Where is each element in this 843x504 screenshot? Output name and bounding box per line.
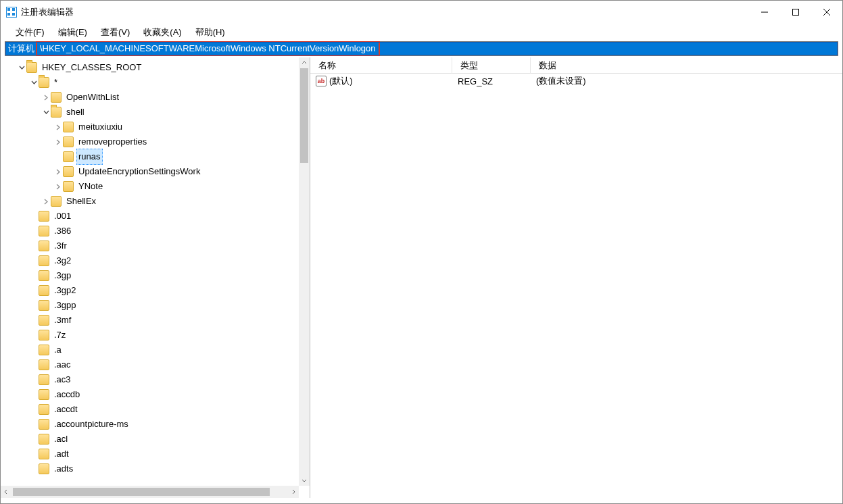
chevron-right-icon[interactable] <box>53 124 63 130</box>
scroll-thumb[interactable] <box>300 68 308 163</box>
folder-icon <box>39 374 49 385</box>
tree-node-ext[interactable]: .accountpicture-ms <box>1 417 299 432</box>
col-header-name[interactable]: 名称 <box>310 57 452 74</box>
tree-node-ext[interactable]: .3gpp <box>1 298 299 313</box>
tree-label: .acl <box>52 432 70 447</box>
string-value-icon: ab <box>316 76 327 86</box>
scroll-down-button[interactable] <box>299 475 310 486</box>
tree-node-ext[interactable]: .3mf <box>1 313 299 328</box>
folder-icon <box>39 77 49 88</box>
tree-node-ext[interactable]: .adt <box>1 447 299 461</box>
folder-icon <box>39 255 49 266</box>
tree-label: .3mf <box>52 313 73 328</box>
col-header-data[interactable]: 数据 <box>531 57 842 74</box>
tree-node-shellex[interactable]: ShellEx <box>1 194 299 209</box>
tree-node-ext[interactable]: .accdt <box>1 402 299 417</box>
folder-icon <box>39 404 49 415</box>
values-pane: 名称 类型 数据 ab (默认) REG_SZ (数值未设置) <box>310 57 842 498</box>
tree-label: .7z <box>52 328 68 343</box>
menu-help[interactable]: 帮助(H) <box>190 25 231 40</box>
menu-view[interactable]: 查看(V) <box>95 25 135 40</box>
tree-node-ext[interactable]: .aac <box>1 357 299 372</box>
folder-icon <box>39 389 49 400</box>
menu-edit[interactable]: 编辑(E) <box>53 25 93 40</box>
value-row[interactable]: ab (默认) REG_SZ (数值未设置) <box>310 74 842 89</box>
tree-node-ext[interactable]: .3gp <box>1 268 299 283</box>
minimize-button[interactable] <box>749 1 780 24</box>
tree-node-ext[interactable]: .adts <box>1 461 299 476</box>
tree-label: YNote <box>76 179 105 194</box>
tree-node-ext[interactable]: .3gp2 <box>1 283 299 298</box>
chevron-right-icon[interactable] <box>53 169 63 175</box>
scroll-thumb[interactable] <box>13 488 270 496</box>
tree-label: ShellEx <box>64 194 98 209</box>
tree-node-removeproperties[interactable]: removeproperties <box>1 134 299 149</box>
scroll-up-button[interactable] <box>299 57 310 68</box>
scroll-left-button[interactable] <box>1 486 11 497</box>
menu-file[interactable]: 文件(F) <box>10 25 50 40</box>
chevron-right-icon[interactable] <box>53 184 63 190</box>
tree-label: * <box>52 75 59 90</box>
folder-icon <box>39 300 49 311</box>
tree-node-ext[interactable]: .a <box>1 343 299 357</box>
tree-node-runas[interactable]: runas <box>1 149 299 164</box>
tree-vertical-scrollbar[interactable] <box>299 57 310 486</box>
tree-node-ext[interactable]: .001 <box>1 209 299 224</box>
folder-icon <box>39 359 49 370</box>
tree-label: .adts <box>52 461 75 476</box>
tree-label: .a <box>52 343 64 357</box>
tree-pane: HKEY_CLASSES_ROOT * OpenWithList <box>1 57 310 498</box>
tree-label: .3gpp <box>52 298 78 313</box>
tree-node-openwithlist[interactable]: OpenWithList <box>1 90 299 105</box>
folder-icon <box>63 181 74 192</box>
chevron-right-icon[interactable] <box>41 95 51 101</box>
tree-node-meituxiuxiu[interactable]: meituxiuxiu <box>1 120 299 134</box>
value-type-cell: REG_SZ <box>452 76 531 86</box>
tree-node-shell[interactable]: shell <box>1 105 299 120</box>
chevron-down-icon[interactable] <box>41 109 51 116</box>
tree-view[interactable]: HKEY_CLASSES_ROOT * OpenWithList <box>1 57 299 486</box>
svg-rect-1 <box>7 8 10 11</box>
values-rows[interactable]: ab (默认) REG_SZ (数值未设置) <box>310 74 842 498</box>
tree-node-ynote[interactable]: YNote <box>1 179 299 194</box>
svg-rect-2 <box>7 13 10 16</box>
close-button[interactable] <box>811 1 842 24</box>
address-bar[interactable]: 计算机 \HKEY_LOCAL_MACHINESOFTWAREMicrosoft… <box>5 41 838 56</box>
tree-node-ext[interactable]: .ac3 <box>1 372 299 387</box>
tree-node-hkcr[interactable]: HKEY_CLASSES_ROOT <box>1 60 299 75</box>
value-data-cell: (数值未设置) <box>531 75 842 87</box>
chevron-right-icon[interactable] <box>53 139 63 145</box>
tree-node-updateenc[interactable]: UpdateEncryptionSettingsWork <box>1 164 299 179</box>
tree-label: .ac3 <box>52 372 73 387</box>
tree-horizontal-scrollbar[interactable] <box>1 486 299 498</box>
col-header-type[interactable]: 类型 <box>452 57 531 74</box>
chevron-down-icon[interactable] <box>17 65 26 71</box>
tree-node-ext[interactable]: .7z <box>1 328 299 343</box>
address-prefix: 计算机 <box>5 42 36 55</box>
scroll-right-button[interactable] <box>288 486 299 497</box>
tree-node-ext[interactable]: .3g2 <box>1 253 299 268</box>
tree-label: .adt <box>52 447 71 461</box>
folder-icon <box>51 92 62 103</box>
tree-node-star[interactable]: * <box>1 75 299 90</box>
tree-node-ext[interactable]: .386 <box>1 224 299 238</box>
menu-bar: 文件(F) 编辑(E) 查看(V) 收藏夹(A) 帮助(H) <box>1 24 842 41</box>
tree-node-ext[interactable]: .accdb <box>1 387 299 402</box>
tree-label: .3fr <box>52 238 69 253</box>
folder-icon <box>26 62 37 73</box>
tree-label: UpdateEncryptionSettingsWork <box>76 164 202 179</box>
folder-icon <box>63 151 74 162</box>
maximize-button[interactable] <box>780 1 811 24</box>
folder-icon <box>39 345 49 355</box>
tree-label: HKEY_CLASSES_ROOT <box>40 60 143 75</box>
chevron-down-icon[interactable] <box>29 80 39 86</box>
tree-label: .accdb <box>52 387 82 402</box>
tree-label: .3g2 <box>52 253 73 268</box>
folder-icon <box>51 196 62 207</box>
tree-node-ext[interactable]: .3fr <box>1 238 299 253</box>
menu-favorites[interactable]: 收藏夹(A) <box>138 25 187 40</box>
svg-rect-4 <box>12 13 15 16</box>
tree-node-ext[interactable]: .acl <box>1 432 299 447</box>
value-name: (默认) <box>329 75 353 87</box>
chevron-right-icon[interactable] <box>41 199 51 205</box>
